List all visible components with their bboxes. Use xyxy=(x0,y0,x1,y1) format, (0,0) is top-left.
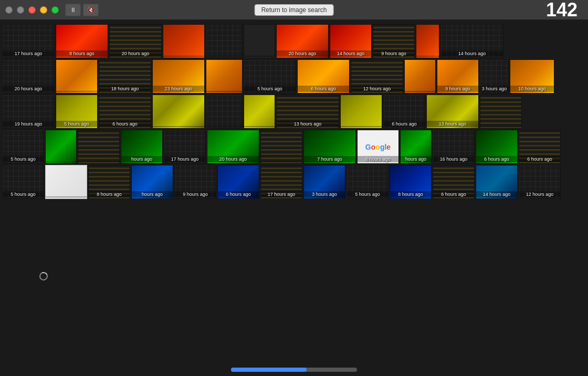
thumb-label: 14 hours ago xyxy=(441,50,503,57)
thumb-item[interactable] xyxy=(206,59,243,93)
thumb-item[interactable] xyxy=(416,24,439,58)
thumb-item[interactable]: 6 hours ago xyxy=(476,130,518,164)
thumb-item[interactable]: 9 hours ago xyxy=(373,24,415,58)
thumb-item[interactable] xyxy=(244,95,275,129)
thumb-label: 6 hours ago xyxy=(519,156,560,162)
thumb-item[interactable]: 13 hours ago xyxy=(276,95,339,129)
thumb-item[interactable]: 23 hours ago xyxy=(152,59,205,93)
thumb-label: 20 hours ago xyxy=(110,50,161,57)
maximize-button[interactable] xyxy=(51,6,59,14)
thumb-label: 17 hours ago xyxy=(164,156,205,162)
thumb-item[interactable] xyxy=(206,95,243,129)
thumb-item[interactable]: 9 hours ago xyxy=(437,59,479,93)
thumb-item[interactable]: 20 hours ago xyxy=(109,24,162,58)
thumb-label: 9 hours ago xyxy=(437,86,478,92)
thumb-item[interactable]: 16 hours ago xyxy=(433,130,475,164)
titlebar: ⏸ 🔇 Return to image search 142 xyxy=(0,0,588,20)
thumb-item[interactable]: 10 hours ago xyxy=(510,59,554,93)
thumb-item[interactable]: 17 hours ago xyxy=(164,130,206,164)
thumb-label: 6 hours ago xyxy=(384,121,425,127)
thumb-item[interactable]: 6 hours ago xyxy=(519,130,561,164)
thumb-item[interactable]: 13 hours ago xyxy=(426,95,479,129)
main-content: 17 hours ago 8 hours ago 20 hours ago 20… xyxy=(0,20,588,376)
minimize-icon[interactable] xyxy=(17,6,24,14)
close-icon[interactable] xyxy=(5,6,13,14)
thumb-item[interactable]: 18 hours ago xyxy=(99,59,151,93)
thumb-item[interactable]: 7 hours ago xyxy=(303,130,356,164)
thumb-item[interactable] xyxy=(480,95,522,129)
thumb-item[interactable] xyxy=(56,59,98,93)
thumb-item[interactable] xyxy=(45,130,77,164)
thumb-item[interactable]: 8 hours ago xyxy=(88,165,130,199)
item-counter: 142 xyxy=(546,0,578,21)
thumb-label: 7 hours ago xyxy=(304,156,355,162)
pause-button[interactable]: ⏸ xyxy=(65,4,81,16)
thumb-item[interactable] xyxy=(163,24,205,58)
mute-button[interactable]: 🔇 xyxy=(83,4,99,16)
thumb-label: 13 hours ago xyxy=(427,121,478,127)
thumb-label xyxy=(206,56,242,57)
thumb-item[interactable]: 5 hours ago xyxy=(244,59,296,93)
return-to-image-search-button[interactable]: Return to image search xyxy=(255,4,334,16)
thumb-item[interactable]: 8 hours ago xyxy=(390,165,432,199)
thumb-item[interactable]: 9 hours ago xyxy=(174,165,216,199)
thumbnail-row-2: 20 hours ago 18 hours ago 23 hours ago 5… xyxy=(2,59,586,93)
thumb-item-google[interactable]: Google 6 hours ago xyxy=(357,130,399,164)
media-controls: ⏸ 🔇 xyxy=(65,4,99,16)
thumb-item[interactable]: 6 hours ago xyxy=(217,165,259,199)
thumb-label: 3 hours ago xyxy=(304,191,345,197)
mute-icon: 🔇 xyxy=(87,6,95,14)
thumb-item[interactable]: 14 hours ago xyxy=(330,24,372,58)
thumb-label: 6 hours ago xyxy=(476,156,517,162)
thumb-item[interactable] xyxy=(244,24,275,58)
thumb-item[interactable]: 19 hours ago xyxy=(2,95,55,129)
close-button[interactable] xyxy=(28,6,36,14)
thumb-label: 12 hours ago xyxy=(519,191,560,197)
thumb-label xyxy=(341,126,382,127)
thumb-item[interactable]: 20 hours ago xyxy=(276,24,329,58)
thumb-item[interactable]: 6 hours ago xyxy=(383,95,425,129)
thumb-label: 20 hours ago xyxy=(277,50,328,57)
thumb-label xyxy=(206,91,242,92)
thumb-label: 16 hours ago xyxy=(433,156,474,162)
thumb-item[interactable] xyxy=(404,59,436,93)
thumb-label xyxy=(163,56,204,57)
thumb-label: 19 hours ago xyxy=(3,121,54,127)
thumb-item[interactable] xyxy=(340,95,382,129)
thumb-item[interactable]: hours ago xyxy=(400,130,432,164)
traffic-lights xyxy=(5,6,59,14)
thumb-item[interactable]: 5 hours ago xyxy=(56,95,98,129)
thumb-item[interactable] xyxy=(206,24,243,58)
thumb-item[interactable] xyxy=(152,95,205,129)
thumb-label: 8 hours ago xyxy=(89,191,130,197)
progress-bar-container xyxy=(231,368,357,372)
thumb-item-watch[interactable] xyxy=(45,165,87,199)
thumb-label xyxy=(261,161,302,162)
thumb-item[interactable]: 8 hours ago xyxy=(56,24,108,58)
thumb-item[interactable]: 3 hours ago xyxy=(303,165,345,199)
thumb-item[interactable]: 6 hours ago xyxy=(433,165,475,199)
thumb-item[interactable] xyxy=(78,130,120,164)
thumb-label: 17 hours ago xyxy=(261,191,302,197)
thumb-item[interactable]: 12 hours ago xyxy=(351,59,403,93)
thumb-item[interactable]: 5 hours ago xyxy=(2,130,44,164)
thumb-item[interactable]: 3 hours ago xyxy=(480,59,509,93)
thumb-item[interactable]: 17 hours ago xyxy=(2,24,55,58)
minimize-button[interactable] xyxy=(40,6,47,14)
thumb-item[interactable]: hours ago xyxy=(131,165,173,199)
thumb-item[interactable]: 17 hours ago xyxy=(260,165,302,199)
thumb-label: hours ago xyxy=(121,156,162,162)
thumb-item[interactable]: 5 hours ago xyxy=(2,165,44,199)
thumb-item[interactable]: 14 hours ago xyxy=(476,165,518,199)
thumb-item[interactable]: 20 hours ago xyxy=(2,59,55,93)
thumb-label xyxy=(78,161,119,162)
thumb-item[interactable]: 14 hours ago xyxy=(440,24,503,58)
thumb-item[interactable]: 6 hours ago xyxy=(99,95,151,129)
thumb-item[interactable]: 6 hours ago xyxy=(297,59,350,93)
thumb-item[interactable]: 20 hours ago xyxy=(207,130,259,164)
thumb-item[interactable]: 12 hours ago xyxy=(519,165,561,199)
thumb-item[interactable]: hours ago xyxy=(121,130,163,164)
thumb-label: 9 hours ago xyxy=(175,191,216,197)
thumb-item[interactable] xyxy=(260,130,302,164)
thumb-item[interactable]: 5 hours ago xyxy=(346,165,388,199)
